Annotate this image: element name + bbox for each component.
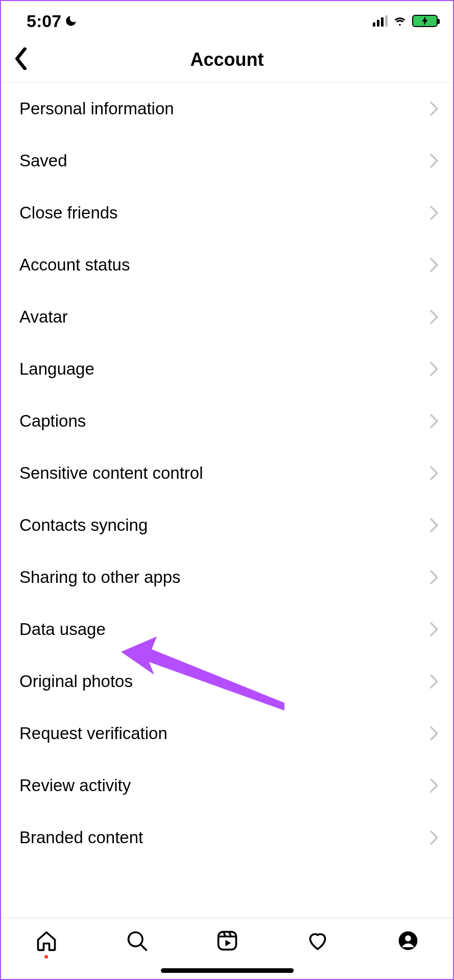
cellular-signal-icon	[373, 15, 388, 27]
svg-point-0	[128, 933, 142, 947]
list-item-personal-information[interactable]: Personal information	[1, 83, 453, 135]
list-item-label: Language	[19, 359, 94, 379]
chevron-right-icon	[429, 153, 439, 168]
list-item-avatar[interactable]: Avatar	[1, 291, 453, 343]
list-item-original-photos[interactable]: Original photos	[1, 655, 453, 707]
chevron-right-icon	[429, 361, 439, 377]
list-item-account-status[interactable]: Account status	[1, 239, 453, 291]
chevron-right-icon	[429, 622, 439, 637]
page-title: Account	[190, 49, 264, 70]
list-item-label: Saved	[19, 151, 67, 170]
battery-charging-icon	[412, 15, 438, 27]
heart-icon	[306, 929, 329, 952]
list-item-language[interactable]: Language	[1, 343, 453, 395]
chevron-right-icon	[429, 257, 439, 273]
header: Account	[1, 37, 453, 83]
list-item-label: Personal information	[19, 99, 174, 118]
chevron-right-icon	[429, 101, 439, 116]
chevron-right-icon	[429, 570, 439, 585]
chevron-left-icon	[13, 47, 29, 70]
chevron-right-icon	[429, 309, 439, 325]
tab-search[interactable]	[122, 929, 152, 952]
list-item-saved[interactable]: Saved	[1, 135, 453, 187]
search-icon	[126, 929, 148, 952]
chevron-right-icon	[429, 465, 439, 481]
tab-profile[interactable]	[393, 929, 423, 952]
chevron-right-icon	[429, 413, 439, 429]
list-item-request-verification[interactable]: Request verification	[1, 707, 453, 760]
list-item-label: Captions	[19, 411, 86, 431]
chevron-right-icon	[429, 830, 439, 845]
status-right	[373, 15, 438, 27]
reels-icon	[216, 929, 238, 952]
list-item-close-friends[interactable]: Close friends	[1, 187, 453, 239]
list-item-label: Account status	[19, 255, 130, 275]
notification-dot-icon	[44, 955, 48, 959]
list-item-contacts-syncing[interactable]: Contacts syncing	[1, 499, 453, 551]
chevron-right-icon	[429, 778, 439, 793]
chevron-right-icon	[429, 518, 439, 533]
status-bar: 5:07	[1, 1, 453, 37]
list-item-data-usage[interactable]: Data usage	[1, 603, 453, 655]
tab-home[interactable]	[31, 929, 62, 959]
svg-line-1	[141, 945, 146, 950]
settings-list: Personal information Saved Close friends…	[1, 83, 453, 918]
moon-icon	[64, 14, 78, 28]
back-button[interactable]	[8, 42, 34, 77]
list-item-label: Sharing to other apps	[19, 568, 181, 587]
home-icon	[35, 929, 58, 952]
list-item-label: Sensitive content control	[19, 463, 203, 483]
chevron-right-icon	[429, 726, 439, 741]
wifi-icon	[393, 15, 407, 27]
list-item-captions[interactable]: Captions	[1, 395, 453, 447]
chevron-right-icon	[429, 674, 439, 689]
list-item-label: Request verification	[19, 724, 168, 743]
status-time: 5:07	[27, 11, 61, 31]
list-item-sharing-to-other-apps[interactable]: Sharing to other apps	[1, 551, 453, 603]
list-item-label: Branded content	[19, 828, 143, 847]
list-item-label: Original photos	[19, 672, 133, 691]
list-item-branded-content[interactable]: Branded content	[1, 812, 453, 864]
list-item-label: Avatar	[19, 307, 68, 327]
list-item-review-activity[interactable]: Review activity	[1, 760, 453, 812]
list-item-label: Review activity	[19, 776, 131, 795]
home-indicator[interactable]	[161, 968, 294, 973]
tab-reels[interactable]	[212, 929, 243, 952]
list-item-label: Close friends	[19, 203, 118, 223]
svg-point-7	[405, 936, 411, 942]
list-item-label: Contacts syncing	[19, 516, 148, 535]
profile-icon	[397, 929, 419, 952]
status-left: 5:07	[27, 11, 78, 31]
chevron-right-icon	[429, 205, 439, 220]
list-item-label: Data usage	[19, 620, 106, 639]
svg-rect-2	[218, 932, 236, 950]
list-item-sensitive-content-control[interactable]: Sensitive content control	[1, 447, 453, 499]
tab-activity[interactable]	[302, 929, 333, 952]
